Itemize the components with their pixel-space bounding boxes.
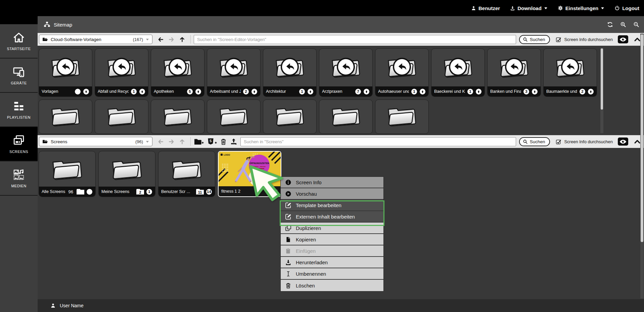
menu-item-label: Screen Info [296,180,322,185]
refresh-icon[interactable] [607,22,613,28]
folder-tile[interactable] [319,100,373,134]
templates-scrollbar-thumb[interactable] [601,48,603,110]
folder-tile[interactable] [375,100,429,134]
new-folder-button[interactable] [194,138,204,146]
folder-tile[interactable] [39,100,92,134]
search-button-label: Suchen [530,139,545,144]
folder-tile[interactable] [151,100,204,134]
nav-up-button[interactable] [179,139,185,145]
context-menu-item[interactable]: Externen Inhalt bearbeiten [281,211,383,223]
screen-icon [272,189,278,194]
folder-tile[interactable]: Baeckerei und Ko... 1 [431,48,485,97]
context-menu-item[interactable]: Vorschau [281,188,383,200]
up-badge [475,88,482,95]
count-badge: 1 [131,88,137,95]
context-menu-item: Einfügen [281,245,383,257]
screens-folder-tile[interactable]: Alle Screens 96 [39,151,96,197]
folder-icon [384,103,419,130]
folder-icon [108,155,145,184]
screens-folder-tile[interactable]: Meine Screens 2 1 [98,151,155,197]
folder-tile[interactable]: Apotheken 5 [151,48,204,97]
edit-icon [285,202,291,208]
folder-tile[interactable]: Banken und Finan... 3 [487,48,541,97]
delete-button[interactable] [220,138,227,145]
paste-icon [285,248,291,254]
folder-tile[interactable]: Arbeitsamt und Jo... 2 [207,48,261,97]
upload-button[interactable] [230,138,237,145]
folder-tile[interactable]: Abfall und Recycling 1 [95,48,148,97]
sidebar-item-geräte[interactable]: GERÄTE [0,58,38,93]
context-menu-item[interactable]: Löschen [281,280,383,291]
context-menu-item[interactable]: Umbenennen [281,268,383,280]
context-menu-item[interactable]: Herunterladen [281,257,383,268]
menu-einstellungen-label: Einstellungen [565,5,598,11]
parent-folder-icon [281,58,299,76]
new-html5-screen-button[interactable] [207,138,217,146]
folder-open-icon [42,37,48,42]
menu-logout[interactable]: Logout [614,5,639,11]
nav-back-button[interactable] [157,36,164,43]
templates-screeninfo-checkbox[interactable]: Screen Info durchsuchen [556,37,613,42]
download-icon [510,6,515,11]
folder-tile[interactable]: Arztpraxen 7 [319,48,373,97]
info-icon [285,179,291,186]
sitemap-icon [44,21,50,28]
menu-benutzer-label: Benutzer [478,5,500,11]
checkbox-label: Screen Info durchsuchen [564,37,613,42]
status-bar: User Name [38,299,644,312]
nav-forward-button[interactable] [168,36,175,43]
up-badge [139,88,145,95]
copy-icon [285,236,291,243]
templates-search-input[interactable] [194,35,516,44]
zoom-out-icon[interactable] [633,22,639,28]
templates-folder-select[interactable]: Cloud-Software-Vorlagen (167) [39,35,152,44]
sidebar-item-medien[interactable]: MEDIEN [0,161,38,196]
folder-tile[interactable]: Vorlagen [39,48,92,97]
folder-tile[interactable]: Baumaerkte und ... 2 [543,48,597,97]
sidebar-item-screens[interactable]: SCREENS [0,127,38,161]
count-badge: 2 [243,88,249,95]
menu-download[interactable]: Download [510,5,548,11]
templates-collapse-button[interactable] [634,37,641,42]
screens-screeninfo-checkbox[interactable]: Screen Info durchsuchen [556,139,613,145]
zoom-in-icon[interactable] [620,22,626,28]
sidebar-item-playlisten[interactable]: PLAYLISTEN [0,93,38,127]
sidebar-top-gap [0,16,38,24]
rename-icon [285,271,291,277]
screens-preview-eye-button[interactable] [618,138,628,146]
folder-tile[interactable]: Autohaeuser und ... 1 [375,48,429,97]
menu-einstellungen[interactable]: Einstellungen [558,5,604,11]
main-scrollbar-thumb[interactable] [641,34,643,242]
count-badge: 1 [299,88,305,95]
screens-folder-tile[interactable]: Benutzer Scr ... 11 14 [158,151,215,197]
folder-tile[interactable] [263,100,317,134]
screens-folder-select[interactable]: Screens (96) [39,137,152,146]
context-menu-item[interactable]: Kopieren [281,234,383,245]
nav-forward-button[interactable] [168,139,175,145]
sidebar-item-startseite[interactable]: STARTSEITE [0,24,38,58]
context-menu-item[interactable]: Duplizieren [281,223,383,234]
folder-tile[interactable] [95,100,148,134]
parent-folder-icon [112,58,131,76]
context-menu-item[interactable]: Screen Info [281,177,383,188]
screens-collapse-button[interactable] [634,139,641,144]
folder-name: Arbeitsamt und Jo... [210,89,241,94]
html5-icon [265,189,270,194]
page-title: Sitemap [54,22,72,28]
screens-search-input[interactable] [240,137,516,146]
sidebar-item-label: GERÄTE [11,81,27,85]
templates-search-button[interactable]: Suchen [519,35,550,44]
folder-tile[interactable] [207,100,261,134]
svg-text:MONTAG - FREITAG: MONTAG - FREITAG [253,166,266,167]
folder-icon [272,103,307,130]
context-menu-item[interactable]: Template bearbeiten [281,200,383,211]
folder-tile[interactable]: Architektur 1 [263,48,317,97]
menu-benutzer[interactable]: Benutzer [471,5,500,11]
screens-search-button[interactable]: Suchen [519,137,550,146]
templates-preview-eye-button[interactable] [618,35,628,43]
nav-up-button[interactable] [179,36,185,43]
context-menu: Screen Info Vorschau Template bearbeiten… [280,177,384,291]
screen-tile-fitness[interactable]: ÖFFNUNGSZEITEN MONTAG - FREITAG LOGO [218,151,281,197]
nav-back-button[interactable] [157,139,164,145]
menu-logout-label: Logout [622,5,639,11]
